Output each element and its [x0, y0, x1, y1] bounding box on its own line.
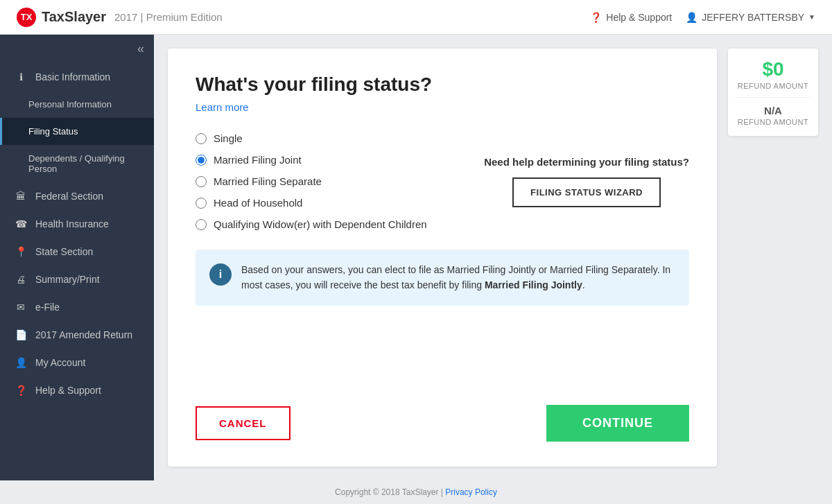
account-icon: 👤: [15, 357, 27, 368]
option-single[interactable]: Single: [196, 132, 456, 144]
footer-text: Copyright © 2018 TaxSlayer |: [335, 487, 445, 497]
sidebar-item-state-section[interactable]: 📍 State Section: [0, 238, 154, 266]
topbar-right: ❓ Help & Support 👤 JEFFERY BATTERSBY ▼: [590, 12, 815, 23]
learn-more-link[interactable]: Learn more: [196, 101, 689, 113]
sidebar-collapse-button[interactable]: «: [0, 35, 154, 63]
info-text-end: .: [582, 279, 585, 290]
option-head-household-label: Head of Household: [214, 197, 302, 209]
refund-na-label: REFUND AMOUNT: [735, 118, 811, 126]
amended-icon: 📄: [15, 329, 27, 340]
option-qualifying-widow-label: Qualifying Widow(er) with Dependent Chil…: [214, 218, 427, 230]
radio-married-joint[interactable]: [196, 155, 207, 166]
option-head-household[interactable]: Head of Household: [196, 197, 456, 209]
privacy-policy-link[interactable]: Privacy Policy: [445, 487, 497, 497]
info-box: i Based on your answers, you can elect t…: [196, 250, 689, 306]
option-married-joint-label: Married Filing Joint: [214, 154, 302, 166]
option-married-separate[interactable]: Married Filing Separate: [196, 175, 456, 187]
info-text: Based on your answers, you can elect to …: [241, 262, 675, 293]
radio-qualifying-widow[interactable]: [196, 219, 207, 230]
filing-wizard-box: Need help determining your filing status…: [484, 132, 689, 230]
footer: Copyright © 2018 TaxSlayer | Privacy Pol…: [0, 480, 832, 504]
wizard-help-text: Need help determining your filing status…: [484, 156, 689, 168]
sidebar-item-help-support[interactable]: ❓ Help & Support: [0, 376, 154, 404]
sidebar-label-personal-information: Personal Information: [28, 99, 112, 110]
radio-single[interactable]: [196, 133, 207, 144]
sidebar-item-personal-information[interactable]: Personal Information: [0, 91, 154, 118]
sidebar-label-dependents: Dependents / Qualifying Person: [28, 153, 141, 174]
topbar: TX TaxSlayer 2017 | Premium Edition ❓ He…: [0, 0, 832, 35]
sidebar-item-e-file[interactable]: ✉ e-File: [0, 293, 154, 321]
button-row: CANCEL CONTINUE: [196, 405, 689, 442]
sidebar-item-amended-return[interactable]: 📄 2017 Amended Return: [0, 321, 154, 349]
radio-head-household[interactable]: [196, 198, 207, 209]
user-menu[interactable]: 👤 JEFFERY BATTERSBY ▼: [686, 12, 815, 23]
option-married-joint[interactable]: Married Filing Joint: [196, 154, 456, 166]
sidebar-label-help-support: Help & Support: [35, 385, 101, 396]
page-title: What's your filing status?: [196, 73, 689, 96]
radio-married-separate[interactable]: [196, 176, 207, 187]
sidebar-label-health-insurance: Health Insurance: [35, 218, 109, 229]
sidebar-item-summary-print[interactable]: 🖨 Summary/Print: [0, 266, 154, 293]
edition-label: 2017 | Premium Edition: [114, 11, 223, 23]
print-icon: 🖨: [15, 274, 27, 285]
form-content: Single Married Filing Joint Married Fili…: [196, 132, 689, 230]
refund-amount-label: REFUND AMOUNT: [735, 82, 811, 90]
option-married-separate-label: Married Filing Separate: [214, 175, 322, 187]
sidebar-label-federal-section: Federal Section: [35, 191, 103, 202]
sidebar: « ℹ Basic Information Personal Informati…: [0, 35, 154, 480]
info-circle-icon: i: [209, 263, 232, 286]
sidebar-item-filing-status[interactable]: Filing Status: [0, 118, 154, 145]
user-icon: 👤: [686, 12, 697, 23]
topbar-left: TX TaxSlayer 2017 | Premium Edition: [17, 8, 223, 27]
sidebar-item-my-account[interactable]: 👤 My Account: [0, 349, 154, 376]
question-icon: ❓: [590, 12, 602, 23]
logo-icon: TX: [17, 8, 36, 27]
sidebar-item-health-insurance[interactable]: ☎ Health Insurance: [0, 210, 154, 238]
cancel-button[interactable]: CANCEL: [196, 406, 291, 440]
filing-status-wizard-button[interactable]: FILING STATUS WIZARD: [512, 177, 661, 207]
sidebar-label-basic-information: Basic Information: [35, 71, 110, 82]
refund-na: N/A: [735, 105, 811, 116]
logo: TX TaxSlayer: [17, 8, 106, 27]
sidebar-label-summary-print: Summary/Print: [35, 274, 100, 285]
filing-options: Single Married Filing Joint Married Fili…: [196, 132, 456, 230]
right-panel: $0 REFUND AMOUNT N/A REFUND AMOUNT: [728, 49, 818, 467]
sidebar-item-federal-section[interactable]: 🏛 Federal Section: [0, 182, 154, 210]
sidebar-label-state-section: State Section: [35, 246, 93, 257]
sidebar-item-dependents-qualifying-person[interactable]: Dependents / Qualifying Person: [0, 145, 154, 182]
health-icon: ☎: [15, 218, 27, 229]
logo-text: TaxSlayer: [42, 9, 106, 25]
chevron-down-icon: ▼: [808, 13, 815, 21]
help-icon: ❓: [15, 385, 27, 396]
refund-amount: $0: [735, 58, 811, 80]
sidebar-item-basic-information[interactable]: ℹ Basic Information: [0, 63, 154, 91]
sidebar-label-amended-return: 2017 Amended Return: [35, 329, 132, 340]
efile-icon: ✉: [15, 302, 27, 313]
info-icon: ℹ: [15, 71, 27, 82]
help-support-link[interactable]: ❓ Help & Support: [590, 12, 672, 23]
sidebar-label-my-account: My Account: [35, 357, 85, 368]
info-text-plain: Based on your answers, you can elect to …: [241, 264, 670, 290]
refund-separator: [735, 97, 811, 98]
state-icon: 📍: [15, 246, 27, 257]
option-qualifying-widow[interactable]: Qualifying Widow(er) with Dependent Chil…: [196, 218, 456, 230]
user-name: JEFFERY BATTERSBY: [702, 12, 804, 23]
content-area: What's your filing status? Learn more Si…: [154, 35, 832, 480]
sidebar-label-e-file: e-File: [35, 302, 60, 313]
option-single-label: Single: [214, 132, 243, 144]
refund-box: $0 REFUND AMOUNT N/A REFUND AMOUNT: [728, 49, 818, 136]
main-layout: « ℹ Basic Information Personal Informati…: [0, 35, 832, 480]
main-card: What's your filing status? Learn more Si…: [168, 49, 717, 467]
federal-icon: 🏛: [15, 191, 27, 202]
sidebar-label-filing-status: Filing Status: [28, 126, 78, 137]
help-label: Help & Support: [606, 12, 672, 23]
info-text-bold: Married Filing Jointly: [485, 279, 582, 290]
continue-button[interactable]: CONTINUE: [546, 405, 689, 442]
